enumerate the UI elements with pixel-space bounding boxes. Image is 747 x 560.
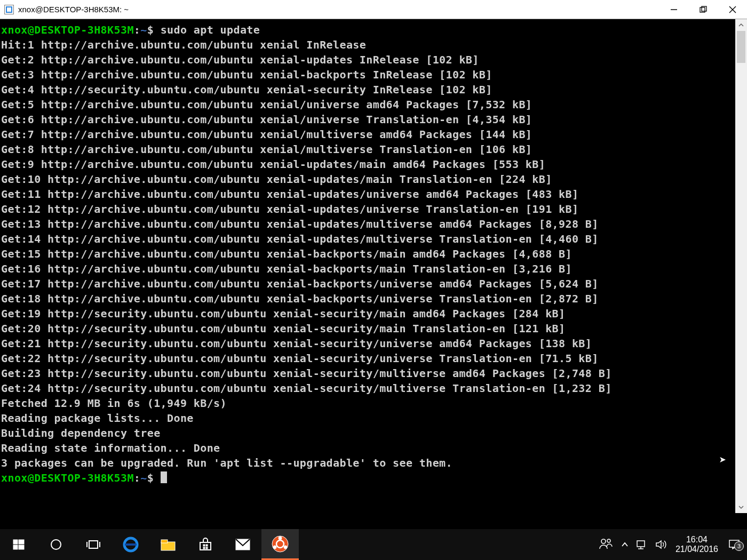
terminal-line: Get:17 http://archive.ubuntu.com/ubuntu … <box>1 276 735 291</box>
terminal-line: Get:15 http://archive.ubuntu.com/ubuntu … <box>1 246 735 261</box>
entered-command: sudo apt update <box>161 23 260 36</box>
svg-rect-10 <box>89 541 98 548</box>
minimize-button[interactable] <box>659 0 688 19</box>
folder-icon <box>160 538 176 551</box>
svg-rect-19 <box>203 547 205 549</box>
scroll-down-button[interactable] <box>735 501 747 513</box>
terminal-line: Get:5 http://archive.ubuntu.com/ubuntu x… <box>1 97 735 112</box>
terminal-line: Reading package lists... Done <box>1 411 735 426</box>
prompt-path: ~ <box>140 471 147 484</box>
svg-rect-20 <box>206 547 208 549</box>
taskbar-app-ubuntu[interactable] <box>261 529 299 560</box>
svg-rect-17 <box>203 545 205 546</box>
terminal-output[interactable]: xnox@DESKTOP-3H8K53M:~$ sudo apt updateH… <box>0 19 735 513</box>
terminal-container: xnox@DESKTOP-3H8K53M:~$ sudo apt updateH… <box>0 19 747 513</box>
cortana-button[interactable] <box>37 529 75 560</box>
windows-logo-icon <box>12 538 25 551</box>
terminal-line: xnox@DESKTOP-3H8K53M:~$ sudo apt update <box>1 22 735 37</box>
network-icon <box>636 539 648 550</box>
svg-marker-32 <box>656 541 661 548</box>
minimize-icon <box>670 6 678 13</box>
terminal-line: Get:7 http://archive.ubuntu.com/ubuntu x… <box>1 127 735 142</box>
clock-time: 16:04 <box>676 535 718 545</box>
app-icon <box>4 5 14 14</box>
maximize-icon <box>700 6 707 13</box>
ubuntu-icon <box>272 535 289 553</box>
prompt-path: ~ <box>140 23 147 36</box>
store-icon <box>198 537 213 552</box>
terminal-line: Get:23 http://security.ubuntu.com/ubuntu… <box>1 366 735 381</box>
svg-point-26 <box>284 546 287 549</box>
maximize-button[interactable] <box>688 0 718 19</box>
terminal-line: 3 packages can be upgraded. Run 'apt lis… <box>1 455 735 470</box>
taskbar-clock[interactable]: 16:04 21/04/2016 <box>676 535 718 554</box>
close-button[interactable] <box>718 0 747 19</box>
window-title: xnox@DESKTOP-3H8K53M: ~ <box>18 5 129 14</box>
window-controls <box>659 0 747 19</box>
scroll-up-button[interactable] <box>735 19 747 31</box>
taskbar-app-mail[interactable] <box>224 529 261 560</box>
people-button[interactable] <box>599 537 613 552</box>
prompt-user-host: xnox@DESKTOP-3H8K53M <box>1 23 134 36</box>
task-view-button[interactable] <box>75 529 112 560</box>
taskbar-app-edge[interactable] <box>112 529 149 560</box>
vertical-scrollbar[interactable] <box>735 19 747 513</box>
terminal-line: Get:24 http://security.ubuntu.com/ubuntu… <box>1 381 735 396</box>
terminal-line: Get:19 http://security.ubuntu.com/ubuntu… <box>1 306 735 321</box>
mail-icon <box>235 538 251 551</box>
terminal-line: Get:8 http://archive.ubuntu.com/ubuntu x… <box>1 142 735 157</box>
circle-icon <box>50 538 62 551</box>
terminal-line: Get:3 http://archive.ubuntu.com/ubuntu x… <box>1 67 735 82</box>
chevron-up-icon <box>621 541 629 548</box>
terminal-line: Get:4 http://security.ubuntu.com/ubuntu … <box>1 82 735 97</box>
taskbar: 16:04 21/04/2016 3 <box>0 529 747 560</box>
terminal-cursor <box>161 471 167 483</box>
svg-point-27 <box>601 539 606 543</box>
svg-rect-7 <box>13 545 18 549</box>
action-center-button[interactable]: 3 <box>727 539 742 550</box>
volume-icon <box>655 539 667 550</box>
terminal-line: Get:12 http://archive.ubuntu.com/ubuntu … <box>1 202 735 217</box>
terminal-line: Get:13 http://archive.ubuntu.com/ubuntu … <box>1 217 735 231</box>
terminal-line: Get:18 http://archive.ubuntu.com/ubuntu … <box>1 291 735 306</box>
chevron-up-icon <box>738 22 744 28</box>
titlebar-left: xnox@DESKTOP-3H8K53M: ~ <box>4 5 129 14</box>
svg-rect-6 <box>19 540 24 544</box>
svg-rect-8 <box>19 545 24 549</box>
taskbar-right: 16:04 21/04/2016 3 <box>599 529 747 560</box>
svg-rect-15 <box>161 540 168 543</box>
terminal-line: Get:21 http://security.ubuntu.com/ubuntu… <box>1 336 735 351</box>
svg-rect-5 <box>13 540 18 544</box>
terminal-line: xnox@DESKTOP-3H8K53M:~$ <box>1 470 735 485</box>
window-titlebar: xnox@DESKTOP-3H8K53M: ~ <box>0 0 747 19</box>
scroll-track[interactable] <box>735 31 747 501</box>
chevron-down-icon <box>738 504 744 510</box>
svg-rect-18 <box>206 545 208 546</box>
terminal-line: Get:16 http://archive.ubuntu.com/ubuntu … <box>1 261 735 276</box>
system-tray[interactable] <box>621 539 667 550</box>
terminal-line: Reading state information... Done <box>1 441 735 455</box>
close-icon <box>728 5 737 14</box>
terminal-line: Get:2 http://archive.ubuntu.com/ubuntu x… <box>1 52 735 67</box>
taskbar-app-explorer[interactable] <box>149 529 187 560</box>
notification-count-badge: 3 <box>734 541 744 551</box>
svg-point-25 <box>273 546 276 549</box>
start-button[interactable] <box>0 529 37 560</box>
svg-point-9 <box>51 540 61 549</box>
prompt-user-host: xnox@DESKTOP-3H8K53M <box>1 471 134 484</box>
people-icon <box>599 537 613 550</box>
svg-rect-29 <box>637 541 645 547</box>
task-view-icon <box>86 539 101 550</box>
taskbar-app-store[interactable] <box>187 529 224 560</box>
edge-icon <box>123 537 139 553</box>
clock-date: 21/04/2016 <box>676 545 718 554</box>
scroll-thumb[interactable] <box>737 31 745 63</box>
terminal-line: Get:6 http://archive.ubuntu.com/ubuntu x… <box>1 112 735 127</box>
terminal-line: Get:20 http://security.ubuntu.com/ubuntu… <box>1 321 735 336</box>
terminal-line: Building dependency tree <box>1 426 735 441</box>
terminal-line: Get:14 http://archive.ubuntu.com/ubuntu … <box>1 231 735 246</box>
svg-point-28 <box>607 539 610 542</box>
terminal-line: Get:10 http://archive.ubuntu.com/ubuntu … <box>1 172 735 187</box>
taskbar-left <box>0 529 299 560</box>
terminal-line: Get:9 http://archive.ubuntu.com/ubuntu x… <box>1 157 735 172</box>
